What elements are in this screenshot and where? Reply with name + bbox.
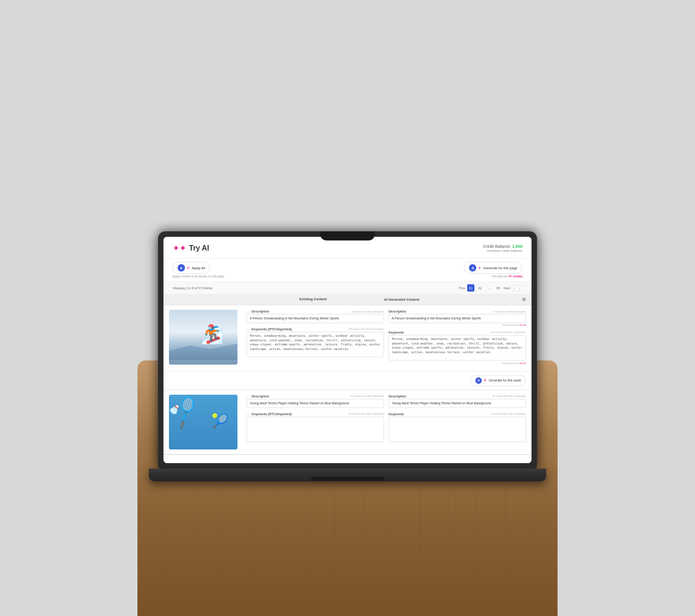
tennis-existing-desc-label: --- Description [247, 395, 269, 398]
apply-all-button[interactable]: A ⟳ Apply All [173, 262, 210, 274]
asset-row-snowboard: --- Description 8 words and 55 character… [163, 305, 532, 390]
existing-desc-meta: 8 words and 55 characters [352, 310, 384, 313]
generated-description-section: Description 8 words and 55 characters Ge… [389, 310, 526, 326]
tennis-existing-kw-meta: 21 words and 165 characters [349, 412, 384, 415]
tennis-existing-kw-textarea[interactable] [247, 417, 384, 442]
existing-content-header: Existing Content [242, 297, 384, 302]
generated-desc-input[interactable] [389, 314, 526, 323]
showing-text: Showing 1 to 6 of 57 Entries [173, 287, 213, 290]
increase-credit-link[interactable]: increase credit balance [483, 249, 522, 253]
tennis-existing-kw-label-row: --- Keywords (IPTC/Imported) 21 words an… [247, 412, 384, 416]
laptop-screen: ✦✦ Try AI Credit Balance: 1,000 increase… [163, 237, 532, 463]
tennis-generated-kw-label-row: Keywords 21 words and 165 characters [389, 412, 526, 416]
laptop: ✦✦ Try AI Credit Balance: 1,000 increase… [149, 231, 546, 481]
laptop-base [149, 469, 546, 481]
page-dots: ... [485, 284, 493, 292]
credit-balance: Credit Balance: 1,000 [483, 244, 522, 249]
tennis-generated-desc-input[interactable] [389, 399, 526, 408]
apply-all-icon: A [178, 264, 185, 271]
credit-amount: 1,000 [512, 244, 522, 249]
ai-generated-header: AI Generated Content ⚙ [384, 297, 526, 302]
columns-header: Existing Content AI Generated Content ⚙ [163, 294, 532, 305]
credit-info: Credit Balance: 1,000 increase credit ba… [483, 244, 522, 253]
scene: ✦✦ Try AI Credit Balance: 1,000 increase… [0, 0, 695, 616]
pagination-controls: Prev 01 02 ... 05 Next ‹ › [459, 284, 523, 292]
page-01[interactable]: 01 [467, 284, 474, 292]
prev-button[interactable]: Prev [459, 287, 465, 290]
tennis-generated-kw-section: Keywords 21 words and 165 characters [389, 412, 526, 443]
next-button[interactable]: Next [504, 287, 510, 290]
toolbar: A ⟳ Apply All Apply content to all asset… [163, 258, 532, 282]
generated-desc-label: Description [389, 310, 406, 313]
pagination-bar: Showing 1 to 6 of 57 Entries Prev 01 02 … [163, 282, 532, 294]
generated-desc-label-row: Description 8 words and 55 characters [389, 310, 526, 313]
generated-desc-meta: 8 words and 55 characters [494, 310, 526, 313]
generated-kw-textarea[interactable]: Person, snowboarding, mountains, winter … [389, 335, 526, 360]
page-05[interactable]: 05 [495, 284, 502, 292]
existing-keywords-section: --- Keywords (IPTC/Imported) 20 words an… [247, 328, 384, 358]
generate-page-label: Generate for this page [483, 266, 517, 270]
tennis-generated-kw-label: Keywords [389, 412, 404, 416]
generated-keywords-section: Keywords 20 words and 207 characters Per… [389, 331, 526, 365]
laptop-notch [320, 231, 375, 240]
tennis-generated-kw-textarea[interactable] [389, 417, 526, 442]
existing-description-section: --- Description 8 words and 55 character… [247, 310, 384, 323]
generated-kw-label-row: Keywords 20 words and 207 characters [389, 331, 526, 334]
tennis-existing-desc-section: --- Description 10 words and 66 characte… [247, 395, 384, 408]
generate-page-button[interactable]: A ✦ Generate for this page [464, 262, 522, 274]
generate-page-section: A ✦ Generate for this page This will use… [464, 262, 522, 278]
tennis-generated-content: Description 10 words and 66 characters K… [389, 395, 526, 449]
generate-page-icon: A [469, 264, 476, 271]
tennis-generated-kw-meta: 21 words and 165 characters [491, 412, 526, 415]
existing-desc-label-row: --- Description 8 words and 55 character… [247, 310, 384, 313]
generated-kw-label: Keywords [389, 331, 404, 334]
settings-icon[interactable]: ⚙ [522, 297, 526, 302]
screen-content: ✦✦ Try AI Credit Balance: 1,000 increase… [163, 237, 532, 463]
generate-asset-icon: A [475, 377, 482, 384]
generated-by-label: Generated by Aivve [389, 324, 526, 326]
col-spacer [169, 297, 242, 302]
tennis-generated-desc-meta: 10 words and 66 characters [492, 395, 526, 397]
existing-desc-input[interactable] [247, 314, 384, 323]
existing-kw-label-row: --- Keywords (IPTC/Imported) 20 words an… [247, 328, 384, 331]
existing-desc-label: --- Description [247, 310, 269, 313]
logo-icon: ✦✦ [173, 243, 186, 253]
asset-row: --- Description 8 words and 55 character… [163, 305, 532, 371]
tennis-generated-desc-label-row: Description 10 words and 66 characters [389, 395, 526, 398]
asset-row-tennis: --- Description 10 words and 66 characte… [163, 390, 532, 455]
apply-all-label: Apply All [192, 266, 205, 270]
existing-kw-label: --- Keywords (IPTC/Imported) [247, 328, 292, 331]
tennis-existing-kw-label: --- Keywords (IPTC/Imported) [247, 412, 292, 416]
tennis-existing-kw-section: --- Keywords (IPTC/Imported) 21 words an… [247, 412, 384, 443]
tennis-generated-desc-section: Description 10 words and 66 characters [389, 395, 526, 408]
nav-next-arrow[interactable]: › [517, 286, 522, 291]
tennis-existing-desc-meta: 10 words and 66 characters [350, 395, 384, 397]
snowboard-image [169, 310, 237, 365]
credits-note: This will use 47 credits [464, 275, 522, 278]
page-nav-arrows[interactable]: ‹ › [512, 285, 522, 291]
credit-balance-label: Credit Balance: [483, 244, 511, 249]
page-02[interactable]: 02 [476, 284, 484, 292]
generated-kw-meta: 20 words and 207 characters [491, 331, 526, 334]
snowboard-generated-content: Description 8 words and 55 characters Ge… [389, 310, 526, 366]
app-logo: ✦✦ Try AI [173, 243, 209, 253]
existing-kw-textarea[interactable]: Person, snowboarding, mountains, winter … [247, 332, 384, 357]
tennis-existing-desc-label-row: --- Description 10 words and 66 characte… [247, 395, 384, 398]
credits-highlight: 47 credits [509, 275, 522, 278]
app-title: Try AI [189, 244, 209, 252]
apply-all-sparkle: ⟳ [187, 266, 190, 270]
nav-prev-arrow[interactable]: ‹ [512, 286, 517, 291]
snowboard-existing-content: --- Description 8 words and 55 character… [247, 310, 384, 366]
generate-sparkle: ✦ [478, 266, 481, 270]
existing-kw-meta: 20 words and 207 characters [349, 328, 384, 330]
apply-all-note: Apply content to all assets on this page [173, 275, 224, 278]
tennis-existing-desc-input[interactable] [247, 399, 384, 408]
tennis-image [169, 395, 237, 449]
laptop-lid: ✦✦ Try AI Credit Balance: 1,000 increase… [158, 231, 537, 469]
asset-row: --- Description 10 words and 66 characte… [163, 390, 532, 454]
generate-asset-label: Generate for this asset [489, 379, 521, 382]
generate-asset-sparkle: ✦ [484, 378, 487, 382]
generate-asset-button[interactable]: A ✦ Generate for this asset [470, 375, 526, 386]
tennis-existing-content: --- Description 10 words and 66 characte… [247, 395, 384, 449]
generate-asset-row: A ✦ Generate for this asset [163, 371, 532, 390]
